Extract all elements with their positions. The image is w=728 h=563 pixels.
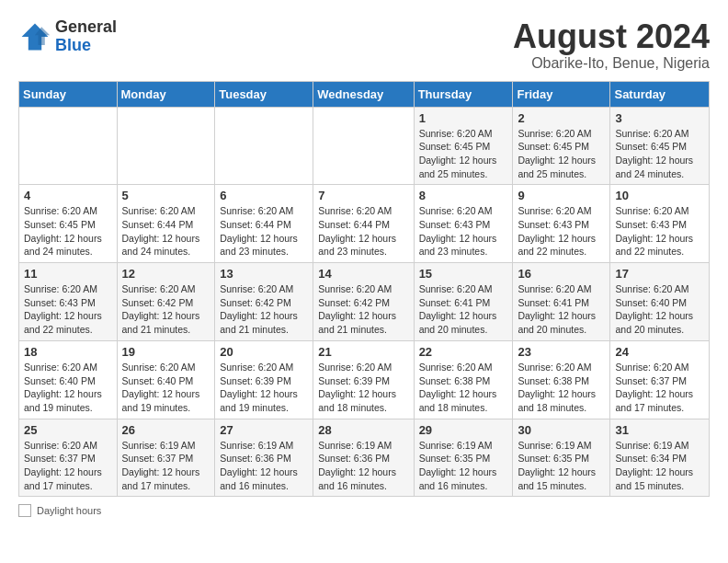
calendar-cell: 7Sunrise: 6:20 AM Sunset: 6:44 PM Daylig…: [313, 185, 414, 263]
calendar-cell: 2Sunrise: 6:20 AM Sunset: 6:45 PM Daylig…: [513, 107, 610, 185]
day-number: 20: [220, 345, 308, 359]
day-info: Sunrise: 6:20 AM Sunset: 6:42 PM Dayligh…: [318, 282, 408, 337]
day-number: 25: [24, 423, 112, 437]
day-info: Sunrise: 6:20 AM Sunset: 6:42 PM Dayligh…: [220, 282, 308, 337]
day-number: 17: [615, 267, 704, 281]
day-number: 21: [318, 345, 408, 359]
calendar-cell: 4Sunrise: 6:20 AM Sunset: 6:45 PM Daylig…: [19, 185, 118, 263]
day-number: 22: [419, 345, 508, 359]
day-number: 11: [24, 267, 112, 281]
day-number: 5: [122, 189, 210, 202]
day-number: 14: [318, 267, 408, 281]
day-number: 16: [518, 267, 605, 281]
calendar-cell: 1Sunrise: 6:20 AM Sunset: 6:45 PM Daylig…: [414, 107, 513, 185]
day-number: 15: [419, 267, 508, 281]
calendar-cell: 17Sunrise: 6:20 AM Sunset: 6:40 PM Dayli…: [610, 263, 710, 341]
day-info: Sunrise: 6:20 AM Sunset: 6:45 PM Dayligh…: [518, 127, 605, 181]
calendar-cell: [215, 107, 313, 185]
calendar-table: SundayMondayTuesdayWednesdayThursdayFrid…: [18, 81, 710, 498]
day-number: 7: [318, 189, 408, 202]
calendar-cell: 5Sunrise: 6:20 AM Sunset: 6:44 PM Daylig…: [117, 185, 215, 263]
calendar-cell: [19, 107, 118, 185]
calendar-cell: 3Sunrise: 6:20 AM Sunset: 6:45 PM Daylig…: [610, 107, 710, 185]
calendar-cell: 23Sunrise: 6:20 AM Sunset: 6:38 PM Dayli…: [513, 340, 610, 419]
day-number: 3: [615, 111, 704, 125]
calendar-cell: 21Sunrise: 6:20 AM Sunset: 6:39 PM Dayli…: [313, 340, 414, 419]
day-number: 12: [122, 267, 210, 281]
week-row-5: 25Sunrise: 6:20 AM Sunset: 6:37 PM Dayli…: [19, 419, 710, 497]
day-info: Sunrise: 6:20 AM Sunset: 6:40 PM Dayligh…: [615, 282, 704, 337]
legend-label: Daylight hours: [37, 505, 101, 516]
day-info: Sunrise: 6:20 AM Sunset: 6:45 PM Dayligh…: [24, 204, 112, 259]
day-number: 9: [518, 189, 605, 202]
calendar-cell: 29Sunrise: 6:19 AM Sunset: 6:35 PM Dayli…: [414, 419, 513, 497]
day-info: Sunrise: 6:19 AM Sunset: 6:37 PM Dayligh…: [122, 439, 210, 493]
week-row-2: 4Sunrise: 6:20 AM Sunset: 6:45 PM Daylig…: [19, 185, 710, 263]
legend-box: [18, 504, 31, 517]
day-info: Sunrise: 6:19 AM Sunset: 6:34 PM Dayligh…: [615, 439, 704, 493]
day-number: 10: [615, 189, 704, 202]
calendar-cell: 11Sunrise: 6:20 AM Sunset: 6:43 PM Dayli…: [19, 263, 118, 341]
day-info: Sunrise: 6:20 AM Sunset: 6:44 PM Dayligh…: [122, 204, 210, 259]
calendar-cell: 26Sunrise: 6:19 AM Sunset: 6:37 PM Dayli…: [117, 419, 215, 497]
day-info: Sunrise: 6:20 AM Sunset: 6:41 PM Dayligh…: [419, 282, 508, 337]
day-number: 13: [220, 267, 308, 281]
calendar-cell: 8Sunrise: 6:20 AM Sunset: 6:43 PM Daylig…: [414, 185, 513, 263]
day-info: Sunrise: 6:20 AM Sunset: 6:43 PM Dayligh…: [419, 204, 508, 259]
calendar-cell: 20Sunrise: 6:20 AM Sunset: 6:39 PM Dayli…: [215, 340, 313, 419]
column-header-saturday: Saturday: [610, 81, 710, 107]
day-info: Sunrise: 6:20 AM Sunset: 6:43 PM Dayligh…: [518, 204, 605, 259]
title-area: August 2024 Obarike-Ito, Benue, Nigeria: [513, 18, 710, 72]
day-info: Sunrise: 6:20 AM Sunset: 6:41 PM Dayligh…: [518, 282, 605, 337]
calendar-cell: 13Sunrise: 6:20 AM Sunset: 6:42 PM Dayli…: [215, 263, 313, 341]
day-number: 30: [518, 423, 605, 437]
calendar-cell: 15Sunrise: 6:20 AM Sunset: 6:41 PM Dayli…: [414, 263, 513, 341]
day-number: 23: [518, 345, 605, 359]
logo: General Blue: [18, 18, 117, 55]
calendar-cell: [313, 107, 414, 185]
calendar-cell: 31Sunrise: 6:19 AM Sunset: 6:34 PM Dayli…: [610, 419, 710, 497]
column-header-thursday: Thursday: [414, 81, 513, 107]
week-row-1: 1Sunrise: 6:20 AM Sunset: 6:45 PM Daylig…: [19, 107, 710, 185]
day-info: Sunrise: 6:19 AM Sunset: 6:36 PM Dayligh…: [220, 439, 308, 493]
day-number: 27: [220, 423, 308, 437]
calendar-cell: 18Sunrise: 6:20 AM Sunset: 6:40 PM Dayli…: [19, 340, 118, 419]
day-info: Sunrise: 6:20 AM Sunset: 6:37 PM Dayligh…: [615, 361, 704, 415]
column-header-wednesday: Wednesday: [313, 81, 414, 107]
day-info: Sunrise: 6:20 AM Sunset: 6:38 PM Dayligh…: [419, 361, 508, 415]
day-number: 31: [615, 423, 704, 437]
day-info: Sunrise: 6:20 AM Sunset: 6:43 PM Dayligh…: [24, 282, 112, 337]
column-header-friday: Friday: [513, 81, 610, 107]
calendar-cell: 28Sunrise: 6:19 AM Sunset: 6:36 PM Dayli…: [313, 419, 414, 497]
column-header-sunday: Sunday: [19, 81, 118, 107]
day-info: Sunrise: 6:20 AM Sunset: 6:37 PM Dayligh…: [24, 439, 112, 493]
calendar-cell: [117, 107, 215, 185]
column-header-tuesday: Tuesday: [215, 81, 313, 107]
calendar-cell: 19Sunrise: 6:20 AM Sunset: 6:40 PM Dayli…: [117, 340, 215, 419]
calendar-cell: 14Sunrise: 6:20 AM Sunset: 6:42 PM Dayli…: [313, 263, 414, 341]
day-number: 6: [220, 189, 308, 202]
day-number: 29: [419, 423, 508, 437]
calendar-cell: 10Sunrise: 6:20 AM Sunset: 6:43 PM Dayli…: [610, 185, 710, 263]
column-header-monday: Monday: [117, 81, 215, 107]
header-row: SundayMondayTuesdayWednesdayThursdayFrid…: [19, 81, 710, 107]
calendar-cell: 22Sunrise: 6:20 AM Sunset: 6:38 PM Dayli…: [414, 340, 513, 419]
day-info: Sunrise: 6:19 AM Sunset: 6:36 PM Dayligh…: [318, 439, 408, 493]
legend: Daylight hours: [18, 504, 710, 517]
day-number: 28: [318, 423, 408, 437]
day-number: 18: [24, 345, 112, 359]
day-info: Sunrise: 6:19 AM Sunset: 6:35 PM Dayligh…: [518, 439, 605, 493]
day-info: Sunrise: 6:20 AM Sunset: 6:44 PM Dayligh…: [318, 204, 408, 259]
day-info: Sunrise: 6:19 AM Sunset: 6:35 PM Dayligh…: [419, 439, 508, 493]
week-row-3: 11Sunrise: 6:20 AM Sunset: 6:43 PM Dayli…: [19, 263, 710, 341]
week-row-4: 18Sunrise: 6:20 AM Sunset: 6:40 PM Dayli…: [19, 340, 710, 419]
day-number: 2: [518, 111, 605, 125]
day-number: 1: [419, 111, 508, 125]
day-number: 8: [419, 189, 508, 202]
day-number: 19: [122, 345, 210, 359]
calendar-cell: 9Sunrise: 6:20 AM Sunset: 6:43 PM Daylig…: [513, 185, 610, 263]
day-info: Sunrise: 6:20 AM Sunset: 6:39 PM Dayligh…: [318, 361, 408, 415]
day-number: 24: [615, 345, 704, 359]
calendar-cell: 30Sunrise: 6:19 AM Sunset: 6:35 PM Dayli…: [513, 419, 610, 497]
calendar-cell: 25Sunrise: 6:20 AM Sunset: 6:37 PM Dayli…: [19, 419, 118, 497]
